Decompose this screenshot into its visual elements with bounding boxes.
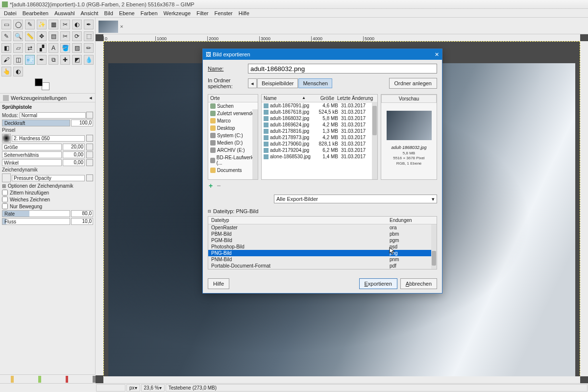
tool-dodge[interactable]: ◐: [13, 67, 23, 76]
crumb-back-icon[interactable]: ◂: [248, 78, 257, 88]
menu-auswahl[interactable]: Auswahl: [51, 10, 78, 17]
menu-filter[interactable]: Filter: [194, 10, 211, 17]
tool-zoom[interactable]: 🔍: [13, 31, 23, 41]
place-item[interactable]: Desktop: [208, 124, 258, 132]
filetype-row[interactable]: PBM-Bildpbm: [208, 231, 437, 237]
tool-picker[interactable]: ✎: [1, 31, 11, 41]
tool-flip[interactable]: ⇄: [25, 43, 35, 53]
unit-select[interactable]: px▾: [126, 384, 140, 392]
filetype-row[interactable]: Photoshop-Bildpsd: [208, 244, 437, 250]
remove-bookmark-icon[interactable]: −: [217, 182, 220, 190]
file-item[interactable]: adult-1868032.jpg5,8 MB31.03.2017: [262, 115, 377, 122]
menu-bild[interactable]: Bild: [101, 10, 116, 17]
dock-icon-4[interactable]: [93, 376, 96, 383]
filetype-row[interactable]: PNG-Bildpng: [208, 250, 437, 256]
color-swatches[interactable]: [35, 78, 49, 90]
filetype-row[interactable]: Portable-Document-Formatpdf: [208, 263, 437, 269]
export-button[interactable]: Exportieren: [359, 278, 397, 289]
angle-reset-icon[interactable]: [86, 159, 93, 166]
col-date[interactable]: Letzte Änderung: [334, 96, 375, 101]
file-item[interactable]: adult-1869624.jpg4,2 MB31.03.2017: [262, 122, 377, 128]
dock-icon-3[interactable]: [66, 376, 69, 383]
file-item[interactable]: adult-2179060.jpg828,1 kB31.03.2017: [262, 141, 377, 147]
ft-col-ext[interactable]: Endungen: [390, 218, 434, 223]
menu-fenster[interactable]: Fenster: [211, 10, 235, 17]
mode-select[interactable]: Normal: [20, 112, 86, 119]
size-slider[interactable]: Größe: [2, 144, 62, 150]
filetype-row[interactable]: PGM-Bildpgm: [208, 237, 437, 244]
place-item[interactable]: Medien (D:): [208, 139, 258, 147]
file-item[interactable]: adult-2178973.jpg4,2 MB31.03.2017: [262, 134, 377, 141]
file-item[interactable]: adult-2178816.jpg1,3 MB31.03.2017: [262, 128, 377, 134]
tool-paths[interactable]: ✒: [84, 20, 94, 29]
menu-werkzeuge[interactable]: Werkzeuge: [161, 10, 194, 17]
menu-farben[interactable]: Farben: [138, 10, 161, 17]
tool-eraser[interactable]: ◫: [13, 55, 23, 65]
cancel-button[interactable]: Abbrechen: [400, 278, 437, 289]
angle-value[interactable]: 0,00: [63, 159, 85, 166]
aspect-value[interactable]: 0,00: [63, 151, 85, 158]
tool-lasso[interactable]: ✎: [25, 20, 35, 29]
menu-hilfe[interactable]: Hilfe: [236, 10, 252, 17]
tool-move[interactable]: ✥: [37, 31, 47, 41]
menu-ebene[interactable]: Ebene: [116, 10, 138, 17]
jitter-check[interactable]: [2, 190, 8, 196]
filename-input[interactable]: [248, 64, 437, 74]
tool-rotate[interactable]: ⟳: [72, 31, 82, 41]
place-item[interactable]: ARCHIV (E:): [208, 147, 258, 154]
tool-airbrush[interactable]: 💨: [25, 55, 35, 65]
size-value[interactable]: 20,00: [63, 144, 85, 150]
flow-value[interactable]: 10,0: [71, 218, 93, 225]
filetype-scrollbar[interactable]: [431, 224, 437, 269]
file-item[interactable]: adult-1867091.jpg4,6 MB31.03.2017: [262, 102, 377, 109]
dynamics-options[interactable]: Optionen der Zeichendynamik: [8, 183, 73, 189]
image-tab-thumb[interactable]: [98, 21, 118, 33]
tool-fuzzy-select[interactable]: ✨: [37, 20, 47, 29]
scrollbar-vertical[interactable]: [580, 41, 588, 376]
menu-datei[interactable]: Datei: [1, 10, 20, 17]
scrollbar-horizontal[interactable]: [103, 376, 580, 383]
col-size[interactable]: Größe: [306, 96, 334, 101]
tool-ink[interactable]: ✒: [37, 55, 47, 65]
place-item[interactable]: Zuletzt verwendet: [208, 110, 258, 117]
dynamics-edit-icon[interactable]: [86, 174, 93, 181]
brush-edit-icon[interactable]: [86, 135, 93, 142]
filetype-row[interactable]: OpenRasterora: [208, 224, 437, 231]
tool-color-select[interactable]: ▦: [49, 20, 58, 29]
panel-menu-icon[interactable]: ◂: [89, 95, 92, 101]
tool-brush[interactable]: 🖌: [1, 55, 11, 65]
smooth-check[interactable]: [2, 196, 8, 202]
bg-color[interactable]: [42, 82, 49, 90]
tool-clone[interactable]: ⧉: [49, 55, 58, 65]
tool-smudge[interactable]: 👆: [1, 67, 11, 76]
tool-rect-select[interactable]: ▭: [1, 20, 11, 29]
place-item[interactable]: System (C:): [208, 132, 258, 139]
opacity-slider[interactable]: Deckkraft: [2, 120, 70, 126]
files-scrollbar[interactable]: [372, 102, 377, 179]
tool-align[interactable]: ▤: [49, 31, 58, 41]
dock-icon-1[interactable]: [11, 376, 14, 383]
crumb-2[interactable]: Menschen: [298, 78, 332, 88]
crumb-1[interactable]: Beispielbilder: [257, 78, 298, 88]
place-item[interactable]: Suchen: [208, 102, 258, 110]
help-button[interactable]: Hilfe: [208, 278, 229, 289]
tool-options-tab[interactable]: Werkzeugeinstellungen ◂: [0, 93, 95, 102]
filetype-row[interactable]: PNM-Bildpnm: [208, 256, 437, 263]
flow-slider[interactable]: Fluss: [2, 218, 70, 225]
opacity-value[interactable]: 100,0: [71, 120, 93, 126]
tool-foreground[interactable]: ◐: [72, 20, 82, 29]
tool-measure[interactable]: 📏: [25, 31, 35, 41]
angle-slider[interactable]: Winkel: [2, 159, 62, 166]
file-item[interactable]: adult-2179204.jpg6,2 MB31.03.2017: [262, 147, 377, 153]
brush-preview[interactable]: [2, 134, 11, 143]
filetype-expander[interactable]: ⊟ Dateityp: PNG-Bild: [208, 208, 437, 214]
menu-bearbeiten[interactable]: Bearbeiten: [20, 10, 51, 17]
menu-ansicht[interactable]: Ansicht: [77, 10, 101, 17]
dialog-close-icon[interactable]: ✕: [435, 51, 439, 58]
new-folder-button[interactable]: Ordner anlegen: [389, 78, 437, 89]
expand-icon[interactable]: ⊞: [2, 183, 6, 189]
place-item[interactable]: Marco: [208, 117, 258, 124]
ft-col-type[interactable]: Dateityp: [211, 218, 390, 223]
tool-scale[interactable]: ⬚: [84, 31, 94, 41]
filter-select[interactable]: Alle Export-Bilder ▾: [274, 195, 437, 203]
